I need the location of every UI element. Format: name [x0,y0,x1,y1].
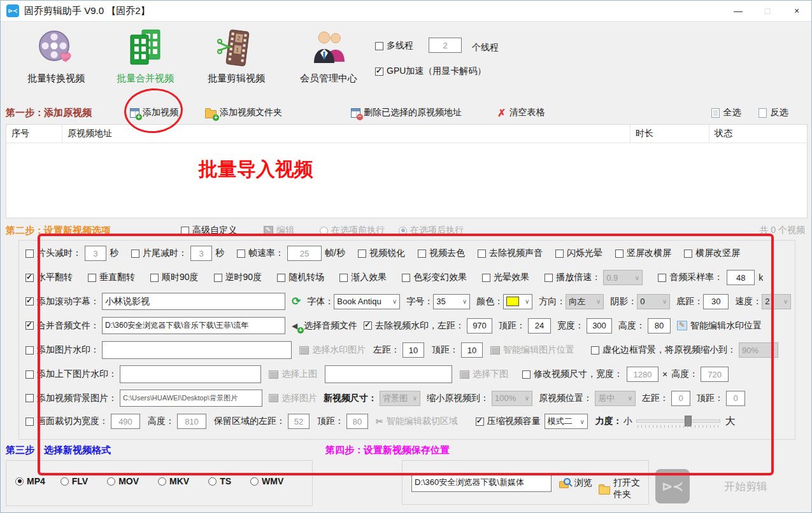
blur-shrink-select[interactable]: 90% [739,342,778,358]
fade-in-option[interactable]: 渐入效果 [339,272,387,283]
play-speed-option[interactable]: 播放倍速：0.9 [545,270,643,285]
fps-input[interactable]: 25 [287,246,322,261]
run-before-radio[interactable] [320,227,328,235]
choose-top-image-button[interactable]: 选择上图 [269,369,317,380]
remove-watermark-option[interactable]: 去除视频水印，左距：970 [364,318,492,334]
multithread-checkbox[interactable] [375,42,383,50]
add-video-button[interactable]: 添加视频 [130,107,178,118]
gpu-option[interactable]: GPU加速（用显卡解码） [375,66,486,77]
decolor-option[interactable]: 视频去色 [418,248,465,259]
top-bottom-watermark-option[interactable]: 添加上下图片水印： [25,365,261,383]
scroll-speed-select[interactable]: 2 [762,294,791,309]
compress-option[interactable]: 压缩视频容量模式二 [476,414,588,429]
format-mov-option[interactable]: MOV [107,476,139,486]
sample-rate-option[interactable]: 音频采样率：48k [658,270,763,285]
flip-vertical-checkbox[interactable] [88,274,96,282]
sample-rate-checkbox[interactable] [658,274,666,282]
blur-border-checkbox[interactable] [591,346,599,355]
mute-checkbox[interactable] [478,249,486,258]
resize-option[interactable]: 修改视频尺寸，宽度：1280×高度：720 [522,367,729,382]
invert-select-button[interactable]: 反选 [759,107,788,118]
delete-selected-button[interactable]: 删除已选择的原视频地址 [351,107,462,118]
choose-bottom-image-button[interactable]: 选择下图 [460,369,508,380]
format-wmv-option[interactable]: WMV [250,476,283,486]
bg-top-input[interactable]: 0 [726,391,745,406]
sample-rate-input[interactable]: 48 [727,270,755,285]
background-image-checkbox[interactable] [25,394,34,402]
trim-tail-checkbox[interactable] [131,249,139,258]
rotate-ccw-option[interactable]: 逆时90度 [214,272,262,283]
merge-audio-option[interactable]: 合并音频文件：D:\360安全浏览器下载\音乐下载\王菲\流年 [25,317,285,334]
landscape-to-portrait-option[interactable]: 横屏改竖屏 [684,248,740,259]
thread-count-input[interactable]: 2 [429,38,462,53]
tab-batch-convert[interactable]: 批量转换视频 [15,29,97,85]
select-all-button[interactable]: 全选 [711,107,741,118]
format-ts-radio[interactable] [208,477,217,486]
top-image-path-input[interactable] [120,365,261,383]
wm-left-input[interactable]: 970 [467,318,492,334]
format-mkv-option[interactable]: MKV [158,476,189,486]
advanced-custom-option[interactable]: 高级自定义 [181,225,237,236]
resize-height-input[interactable]: 720 [701,367,729,382]
crop-height-input[interactable]: 810 [177,414,206,429]
shrink-select[interactable]: 100% [492,391,532,406]
merge-audio-checkbox[interactable] [25,321,34,330]
sharpen-option[interactable]: 视频锐化 [358,248,405,259]
flip-vertical-option[interactable]: 垂直翻转 [88,272,135,283]
edit-button[interactable]: 编辑 [264,225,294,236]
shadow-select[interactable]: 0 [637,294,670,309]
wm-width-input[interactable]: 300 [587,318,612,334]
start-edit-icon-button[interactable]: ⊳≺ [655,469,690,503]
wm-height-input[interactable]: 80 [648,318,671,334]
bottom-image-path-input[interactable] [325,365,452,383]
portrait-to-landscape-option[interactable]: 竖屏改横屏 [615,248,671,259]
format-mkv-radio[interactable] [158,477,166,486]
tab-batch-edit[interactable]: 2 1 批量剪辑视频 [195,29,278,85]
save-path-input[interactable]: D:\360安全浏览器下载\新媒体 [411,473,552,492]
fps-checkbox[interactable] [237,249,245,258]
scroll-subtitle-checkbox[interactable] [25,297,34,306]
crop-left-input[interactable]: 52 [288,414,310,429]
image-watermark-path-input[interactable] [102,341,292,359]
tab-member-center[interactable]: 会员管理中心 [287,29,370,85]
font-color-select[interactable] [503,294,532,309]
bg-left-input[interactable]: 0 [671,391,690,406]
remove-watermark-checkbox[interactable] [364,321,372,330]
format-flv-option[interactable]: FLV [61,476,88,486]
image-watermark-option[interactable]: 添加图片水印： [25,341,292,359]
new-size-select[interactable]: 背景图 [380,391,420,406]
scroll-subtitle-option[interactable]: 添加滚动字幕：小林说影视 [25,293,285,310]
resize-checkbox[interactable] [522,370,531,379]
format-ts-option[interactable]: TS [208,476,231,486]
direction-select[interactable]: 向左 [566,294,604,309]
advanced-custom-checkbox[interactable] [181,227,189,235]
bottom-gap-input[interactable]: 30 [703,294,729,309]
choose-watermark-image-button[interactable]: 选择水印图片 [299,344,366,356]
top-bottom-watermark-checkbox[interactable] [25,370,34,379]
crop-width-input[interactable]: 490 [111,414,140,429]
subtitle-text-input[interactable]: 小林说影视 [102,293,285,310]
fps-option[interactable]: 帧速率：25帧/秒 [237,246,345,261]
blur-border-option[interactable]: 虚化边框背景，将原视频缩小到：90% [591,342,778,358]
crop-checkbox[interactable] [25,418,34,426]
flicker-option[interactable]: 闪烁光晕 [555,248,602,259]
background-image-path-input[interactable]: C:\Users\HUAWEI\Desktop\背景图片 [120,390,262,407]
halo-fx-option[interactable]: 光晕效果 [482,272,529,283]
clear-table-button[interactable]: ✗ 清空表格 [497,107,545,119]
random-transition-checkbox[interactable] [277,274,285,282]
format-wmv-radio[interactable] [250,477,259,486]
format-mp4-option[interactable]: MP4 [15,476,45,486]
multithread-option[interactable]: 多线程 [375,40,413,52]
choose-background-image-button[interactable]: 选择图片 [269,393,317,404]
sharpen-checkbox[interactable] [358,249,366,258]
run-before-option[interactable]: 在选项前执行 [320,225,385,236]
halo-fx-checkbox[interactable] [482,274,490,282]
crop-top-input[interactable]: 80 [346,414,368,429]
format-flv-radio[interactable] [61,477,69,486]
format-mp4-radio[interactable] [15,477,24,486]
flip-horizontal-option[interactable]: 水平翻转 [25,272,73,283]
rotate-cw-option[interactable]: 顺时90度 [150,272,199,283]
flip-horizontal-checkbox[interactable] [25,274,34,282]
flicker-checkbox[interactable] [555,249,564,258]
image-top-input[interactable]: 10 [461,342,483,358]
